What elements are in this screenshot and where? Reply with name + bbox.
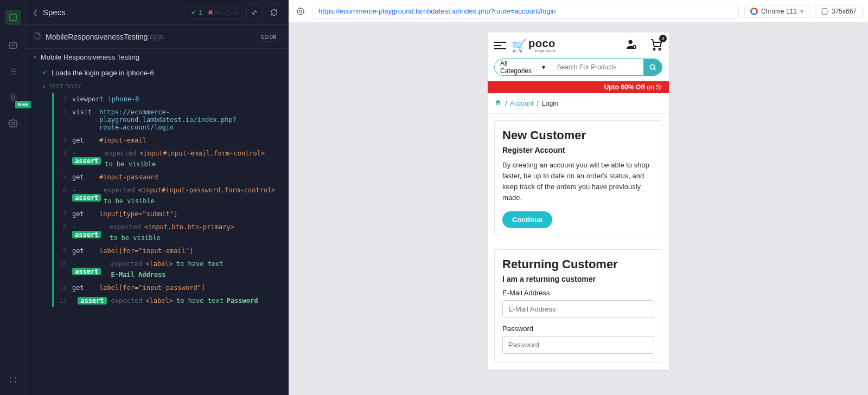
log-row[interactable]: 5get#input-password (54, 171, 285, 184)
account-icon[interactable] (626, 38, 637, 53)
search-input[interactable] (551, 59, 643, 75)
command: visit (72, 108, 99, 116)
svg-point-7 (629, 40, 633, 44)
test-body-label[interactable]: ▾ TEST BODY (26, 80, 289, 93)
logo-sub: mega store (534, 49, 556, 53)
line-number: 6 (54, 186, 72, 194)
assert-command: -assert (72, 186, 104, 202)
new-badge: New (15, 101, 31, 108)
spec-file-row[interactable]: MobileResponsivenessTesting .cy.js 00:08 (26, 25, 289, 49)
category-selector[interactable]: All Categories ▾ (495, 59, 551, 75)
browser-selector[interactable]: Chrome 111 ▾ (744, 5, 809, 18)
returning-sub: I am a returning customer (502, 275, 654, 283)
password-label: Password (502, 325, 654, 333)
line-number: 3 (54, 137, 72, 144)
viewport-dims[interactable]: 375x667 (815, 5, 863, 18)
log-row[interactable]: 2visithttps://ecommerce-playground.lambd… (54, 106, 285, 134)
command-args: https://ecommerce-playground.lambdatest.… (99, 108, 281, 131)
cart-icon[interactable]: 0 (649, 38, 662, 53)
command-args: expected<input#input-email.form-control>… (105, 150, 281, 168)
log-row[interactable]: 9getlabel[for="input-email"] (54, 244, 285, 257)
device-stage: 🛒 poco mega store 0 All Categorie (289, 23, 868, 395)
cart-count-badge: 0 (659, 35, 667, 42)
preview-toolbar: https://ecommerce-playground.lambdatest.… (289, 0, 868, 23)
log-row[interactable]: 11getlabel[for="input-password"] (54, 281, 285, 294)
suite-row[interactable]: ▾ Mobile Responsiveness Testing (26, 49, 289, 66)
promo-banner: Upto 60% Off on Sr (488, 81, 669, 93)
runs-icon[interactable] (8, 40, 18, 51)
store-logo[interactable]: 🛒 poco mega store (512, 38, 556, 53)
line-number: 8 (54, 223, 72, 231)
new-customer-card: New Customer Register Account By creatin… (494, 120, 662, 236)
log-row[interactable]: 1viewportiphone-6 (54, 93, 285, 106)
command-args: expected<input#input-password.form-contr… (104, 186, 281, 205)
chevron-down-icon: ▾ (42, 83, 46, 89)
keyboard-icon[interactable] (8, 374, 18, 385)
spec-file-time: 00:08 (256, 32, 281, 42)
home-icon[interactable] (494, 99, 502, 108)
command-args: iphone-6 (108, 95, 139, 103)
log-row[interactable]: 12-assertexpected<label>to have textPass… (54, 294, 285, 307)
command-log: 1viewportiphone-62visithttps://ecommerce… (52, 93, 285, 307)
hamburger-icon[interactable] (494, 42, 506, 49)
url-bar[interactable]: https://ecommerce-playground.lambdatest.… (312, 4, 739, 19)
rerun-button[interactable] (266, 4, 282, 21)
collapse-chevron-icon[interactable]: ❮ (33, 8, 39, 16)
suite-name: Mobile Responsiveness Testing (41, 53, 139, 61)
command: viewport (72, 95, 108, 103)
line-number: 5 (54, 173, 72, 181)
chevron-down-icon: ▾ (34, 54, 36, 60)
password-field[interactable] (502, 336, 654, 354)
command-args: input[type="submit"] (99, 210, 178, 218)
duration: -- (233, 9, 237, 16)
breadcrumb-account[interactable]: Account (510, 100, 533, 107)
command-args: label[for="input-email"] (99, 247, 193, 255)
svg-point-4 (297, 8, 304, 15)
search-button[interactable] (643, 59, 662, 75)
returning-customer-card: Returning Customer I am a returning cust… (494, 249, 662, 363)
log-row[interactable]: 10-assertexpected<label>to have textE-Ma… (54, 257, 285, 281)
log-row[interactable]: 6-assertexpected<input#input-password.fo… (54, 184, 285, 208)
svg-point-9 (654, 49, 655, 50)
spec-file-name: MobileResponsivenessTesting (46, 33, 148, 41)
assert-command: -assert (72, 297, 111, 305)
new-customer-sub: Register Account (502, 146, 654, 154)
new-customer-body: By creating an account you will be able … (502, 160, 654, 204)
selector-target-icon[interactable] (294, 5, 307, 18)
continue-button[interactable]: Continue (502, 211, 552, 228)
specs-header: ❮ Specs ✔ 1 ✖ -- ◌ -- (26, 0, 289, 25)
log-row[interactable]: 3get#input-email (54, 134, 285, 147)
assert-command: -assert (72, 223, 110, 238)
line-number: 2 (54, 108, 72, 116)
device-frame: 🛒 poco mega store 0 All Categorie (488, 33, 669, 370)
returning-title: Returning Customer (502, 257, 654, 271)
log-row[interactable]: 7getinput[type="submit"] (54, 208, 285, 221)
cart-logo-icon: 🛒 (512, 39, 526, 53)
logo-name: poco (528, 38, 556, 49)
chrome-icon (750, 8, 758, 15)
check-icon: ✔ (191, 9, 196, 16)
collapse-button[interactable] (246, 4, 263, 21)
clock-icon: ◌ (225, 9, 231, 16)
specs-icon[interactable] (5, 10, 21, 25)
command-args: expected<input.btn.btn-primary>to be vis… (110, 223, 281, 242)
line-number: 12 (54, 297, 72, 305)
new-customer-title: New Customer (502, 128, 654, 143)
svg-point-11 (650, 64, 655, 69)
command-args: #input-password (99, 173, 158, 181)
test-row[interactable]: ✔ Loads the login page in iphone-6 (26, 66, 289, 80)
email-field[interactable] (502, 300, 654, 318)
list-icon[interactable] (8, 66, 18, 77)
log-row[interactable]: 8-assertexpected<input.btn.btn-primary>t… (54, 221, 285, 244)
svg-point-2 (11, 96, 15, 99)
spec-file-ext: .cy.js (148, 33, 163, 41)
settings-icon[interactable] (8, 118, 18, 129)
chevron-down-icon: ▾ (800, 8, 803, 15)
search-bar: All Categories ▾ (494, 59, 662, 76)
line-number: 10 (54, 260, 72, 268)
log-row[interactable]: 4-assertexpected<input#input-email.form-… (54, 147, 285, 171)
command-args: expected<label>to have textPassword (111, 297, 258, 305)
store-header: 🛒 poco mega store 0 (488, 33, 669, 59)
document-icon (34, 31, 41, 42)
command-args: #input-email (99, 137, 146, 144)
